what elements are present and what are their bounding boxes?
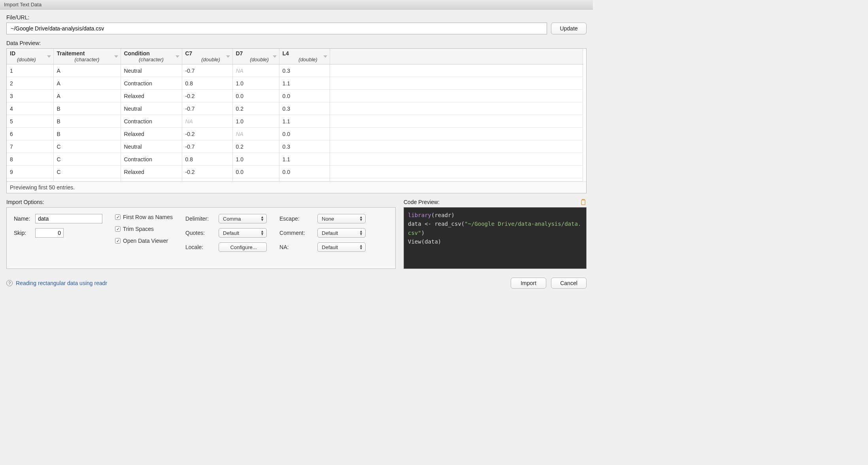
import-button[interactable]: Import bbox=[511, 278, 546, 289]
table-cell: B bbox=[53, 115, 121, 128]
table-cell: B bbox=[53, 102, 121, 115]
table-cell: Contraction bbox=[121, 77, 182, 90]
chevron-down-icon[interactable] bbox=[226, 55, 230, 58]
import-options-panel: Name: Skip: ✓ First Row as Names ✓ bbox=[6, 207, 396, 269]
table-cell: 1.0 bbox=[232, 115, 279, 128]
table-row: 8CContraction0.81.01.1 bbox=[7, 153, 583, 166]
table-cell bbox=[330, 178, 583, 181]
table-cell bbox=[182, 178, 232, 181]
column-header-id[interactable]: ID(double) bbox=[7, 49, 53, 64]
table-cell: 1.0 bbox=[232, 153, 279, 166]
table-cell: 0.0 bbox=[279, 128, 330, 140]
table-cell: 1.1 bbox=[279, 115, 330, 128]
table-cell: 1.1 bbox=[279, 153, 330, 166]
table-cell: Relaxed bbox=[121, 128, 182, 140]
locale-configure-button[interactable]: Configure... bbox=[219, 242, 267, 252]
table-cell: 0.0 bbox=[232, 166, 279, 178]
table-cell-blank bbox=[330, 140, 583, 153]
update-button[interactable]: Update bbox=[551, 23, 587, 34]
updown-icon: ▲▼ bbox=[359, 244, 363, 250]
table-cell: -0.7 bbox=[182, 102, 232, 115]
name-input[interactable] bbox=[35, 214, 102, 223]
file-url-input[interactable] bbox=[6, 23, 547, 34]
delimiter-value: Comma bbox=[223, 216, 241, 222]
first-row-as-names-checkbox[interactable]: ✓ First Row as Names bbox=[115, 214, 173, 220]
table-cell: A bbox=[53, 90, 121, 102]
column-header-l4[interactable]: L4(double) bbox=[279, 49, 330, 64]
preview-footer: Previewing first 50 entries. bbox=[7, 181, 586, 193]
help-icon[interactable]: ? bbox=[6, 280, 13, 286]
table-cell: NA bbox=[182, 115, 232, 128]
column-header-d7[interactable]: D7(double) bbox=[232, 49, 279, 64]
quotes-value: Default bbox=[223, 230, 239, 236]
table-cell: 5 bbox=[7, 115, 53, 128]
table-cell: 4 bbox=[7, 102, 53, 115]
table-cell: 0.8 bbox=[182, 153, 232, 166]
table-cell: 6 bbox=[7, 128, 53, 140]
table-cell-blank bbox=[330, 166, 583, 178]
escape-select[interactable]: None ▲▼ bbox=[317, 214, 366, 223]
table-cell: 0.2 bbox=[232, 140, 279, 153]
table-cell: -0.2 bbox=[182, 166, 232, 178]
table-row: 6BRelaxed-0.2NA0.0 bbox=[7, 128, 583, 140]
table-cell bbox=[121, 178, 182, 181]
table-cell: 0.3 bbox=[279, 102, 330, 115]
table-cell-blank bbox=[330, 64, 583, 77]
chevron-down-icon[interactable] bbox=[175, 55, 179, 58]
table-cell-blank bbox=[330, 77, 583, 90]
table-cell: 1.0 bbox=[232, 77, 279, 90]
table-cell-blank bbox=[330, 102, 583, 115]
comment-value: Default bbox=[322, 230, 338, 236]
table-cell: 7 bbox=[7, 140, 53, 153]
locale-value: Configure... bbox=[230, 244, 257, 250]
column-header-c7[interactable]: C7(double) bbox=[182, 49, 232, 64]
table-cell-blank bbox=[330, 90, 583, 102]
table-cell: NA bbox=[232, 128, 279, 140]
column-header-blank bbox=[330, 49, 583, 64]
table-cell: 0.0 bbox=[279, 166, 330, 178]
escape-label: Escape: bbox=[279, 215, 313, 222]
open-data-viewer-label: Open Data Viewer bbox=[123, 238, 168, 244]
open-data-viewer-checkbox[interactable]: ✓ Open Data Viewer bbox=[115, 238, 173, 244]
comment-label: Comment: bbox=[279, 230, 313, 236]
table-cell: Contraction bbox=[121, 115, 182, 128]
chevron-down-icon[interactable] bbox=[323, 55, 327, 58]
na-select[interactable]: Default ▲▼ bbox=[317, 242, 366, 252]
table-cell-blank bbox=[330, 115, 583, 128]
table-cell: 0.8 bbox=[182, 77, 232, 90]
chevron-down-icon[interactable] bbox=[114, 55, 118, 58]
table-cell: 0.0 bbox=[232, 90, 279, 102]
data-preview-panel: ID(double)Traitement(character)Condition… bbox=[6, 48, 587, 193]
table-cell: 2 bbox=[7, 77, 53, 90]
na-label: NA: bbox=[279, 244, 313, 250]
table-cell: 3 bbox=[7, 90, 53, 102]
table-cell: C bbox=[53, 153, 121, 166]
check-icon: ✓ bbox=[115, 214, 121, 220]
updown-icon: ▲▼ bbox=[260, 230, 264, 236]
table-row: 9CRelaxed-0.20.00.0 bbox=[7, 166, 583, 178]
code-preview-box[interactable]: library(readr) data <- read_csv("~/Googl… bbox=[404, 207, 587, 269]
skip-input[interactable] bbox=[35, 228, 64, 238]
table-cell: Neutral bbox=[121, 102, 182, 115]
column-header-condition[interactable]: Condition(character) bbox=[121, 49, 182, 64]
table-cell: Contraction bbox=[121, 153, 182, 166]
table-cell: 9 bbox=[7, 166, 53, 178]
trim-spaces-checkbox[interactable]: ✓ Trim Spaces bbox=[115, 226, 173, 232]
delimiter-label: Delimiter: bbox=[185, 215, 215, 222]
cancel-button[interactable]: Cancel bbox=[551, 278, 587, 289]
chevron-down-icon[interactable] bbox=[47, 55, 51, 58]
quotes-select[interactable]: Default ▲▼ bbox=[219, 228, 267, 238]
comment-select[interactable]: Default ▲▼ bbox=[317, 228, 366, 238]
table-cell: 1 bbox=[7, 64, 53, 77]
column-header-traitement[interactable]: Traitement(character) bbox=[53, 49, 121, 64]
clipboard-icon[interactable] bbox=[579, 198, 587, 206]
delimiter-select[interactable]: Comma ▲▼ bbox=[219, 214, 267, 223]
table-cell bbox=[279, 178, 330, 181]
table-cell: Neutral bbox=[121, 64, 182, 77]
help-link[interactable]: Reading rectangular data using readr bbox=[16, 280, 107, 286]
na-value: Default bbox=[322, 244, 338, 250]
table-cell: 0.0 bbox=[279, 90, 330, 102]
preview-table: ID(double)Traitement(character)Condition… bbox=[7, 49, 583, 181]
chevron-down-icon[interactable] bbox=[273, 55, 277, 58]
table-cell: 8 bbox=[7, 153, 53, 166]
